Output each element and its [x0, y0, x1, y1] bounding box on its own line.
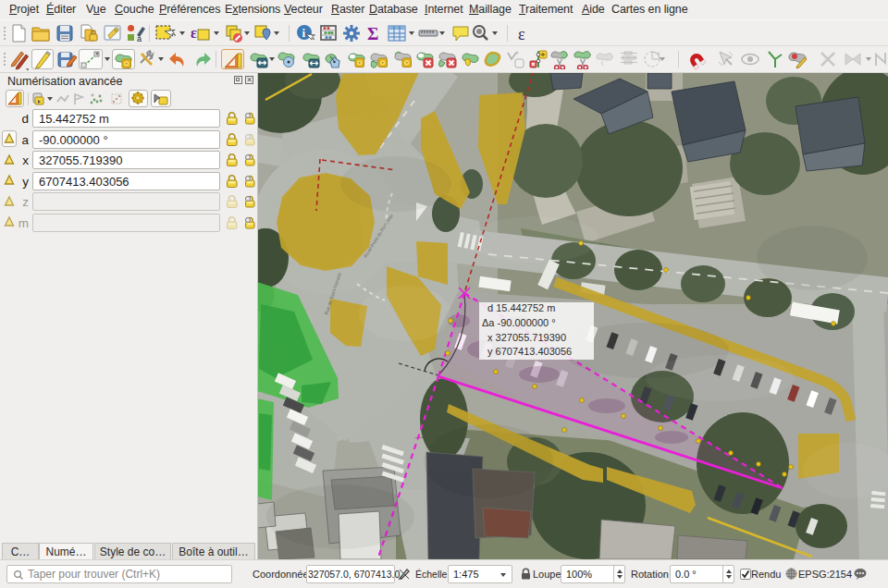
svg-text:i: i: [302, 26, 306, 40]
svg-text:Δa -90.000000 °: Δa -90.000000 °: [482, 317, 556, 328]
svg-text:x 327055.719390: x 327055.719390: [487, 332, 566, 343]
svg-text:a: a: [137, 34, 142, 43]
svg-text:ε: ε: [191, 25, 197, 41]
svg-text:d 15.442752 m: d 15.442752 m: [487, 302, 555, 313]
svg-text:y 6707413.403056: y 6707413.403056: [487, 346, 572, 357]
svg-text:ε: ε: [518, 25, 525, 43]
svg-text:Σ: Σ: [367, 24, 378, 43]
